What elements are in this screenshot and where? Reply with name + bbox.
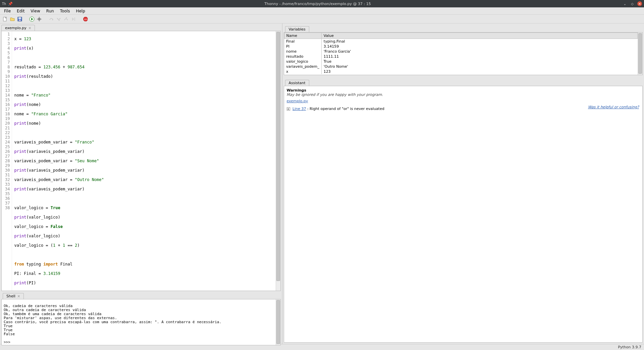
assistant-file-link[interactable]: exemplo.py	[287, 99, 308, 103]
close-button[interactable]: ✕	[637, 1, 642, 6]
resume-icon	[70, 16, 76, 22]
variables-tab-label: Variables	[289, 27, 306, 32]
editor-tab[interactable]: exemplo.py ×	[1, 25, 35, 31]
assistant-panel: Warnings May be ignored if you are happy…	[284, 86, 643, 343]
variables-col-name[interactable]: Name	[284, 33, 321, 39]
assistant-warnings-title: Warnings	[287, 88, 640, 93]
variables-panel[interactable]: Name Value Finaltyping.FinalPI3.14159nom…	[284, 32, 643, 75]
table-row[interactable]: PI3.14159	[284, 44, 638, 49]
svg-marker-14	[72, 17, 74, 21]
menubar: File Edit View Run Tools Help	[0, 7, 644, 15]
table-row[interactable]: resultado1111.11	[284, 54, 638, 59]
line-number-gutter: 1234567891011121314151617181920212223242…	[2, 31, 12, 291]
expand-icon[interactable]: +	[287, 107, 290, 111]
svg-point-6	[38, 18, 41, 20]
editor-scrollbar[interactable]	[276, 31, 280, 291]
shell-prompt[interactable]: >>>	[4, 340, 13, 344]
editor-tabbar: exemplo.py ×	[0, 23, 282, 31]
menu-tools[interactable]: Tools	[57, 8, 73, 14]
step-over-icon	[48, 16, 54, 22]
close-shell-icon[interactable]: ×	[17, 294, 20, 298]
python-version[interactable]: Python 3.9.7	[618, 345, 641, 349]
table-row[interactable]: x123	[284, 69, 638, 74]
open-file-icon[interactable]	[9, 16, 15, 22]
variables-col-value[interactable]: Value	[321, 33, 637, 39]
maximize-button[interactable]: ◇	[630, 1, 635, 6]
variables-table: Name Value Finaltyping.FinalPI3.14159nom…	[284, 33, 638, 74]
assistant-warnings-sub: May be ignored if you are happy with you…	[287, 93, 640, 97]
assistant-line-link[interactable]: Line 37	[292, 107, 306, 111]
menu-help[interactable]: Help	[73, 8, 88, 14]
variables-tab[interactable]: Variables	[285, 26, 309, 32]
new-file-icon[interactable]	[2, 16, 8, 22]
assistant-feedback-link[interactable]: Was it helpful or confusing?	[588, 105, 639, 109]
shell-tab-label: Shell	[6, 294, 15, 298]
menu-file[interactable]: File	[1, 8, 13, 14]
minimize-button[interactable]: ⌄	[623, 1, 627, 6]
shell-output: Ok, cadeia de caracteres válida Ok, outr…	[4, 304, 221, 336]
shell-scrollbar[interactable]	[276, 299, 280, 345]
variables-tabbar: Variables	[284, 25, 643, 32]
assistant-tabbar: Assistant	[284, 78, 643, 86]
variables-scrollbar[interactable]	[638, 33, 642, 75]
step-into-icon	[56, 16, 62, 22]
svg-rect-2	[18, 17, 21, 19]
table-row[interactable]: Finaltyping.Final	[284, 39, 638, 44]
close-tab-icon[interactable]: ×	[29, 26, 31, 30]
table-row[interactable]: nome'Franco Garcia'	[284, 49, 638, 54]
svg-marker-13	[66, 17, 67, 18]
svg-text:STOP: STOP	[84, 18, 88, 20]
shell-tab[interactable]: Shell ×	[3, 293, 24, 299]
code-area[interactable]: x = 123 print(x) resultado = 123.456 + 9…	[12, 31, 275, 291]
menu-view[interactable]: View	[28, 8, 43, 14]
save-file-icon[interactable]	[17, 16, 23, 22]
assistant-message: : Right operand of "or" is never evaluat…	[306, 107, 384, 111]
window-title: Thonny - /home/franco/tmp/python/exemplo…	[13, 2, 623, 6]
menu-run[interactable]: Run	[44, 8, 57, 14]
table-row[interactable]: valor_logicoTrue	[284, 59, 638, 64]
assistant-tab-label: Assistant	[289, 81, 306, 85]
shell-tabbar: Shell ×	[1, 292, 281, 299]
app-icon: Th	[2, 2, 6, 6]
assistant-tab[interactable]: Assistant	[285, 80, 309, 86]
menu-edit[interactable]: Edit	[14, 8, 27, 14]
svg-rect-3	[19, 19, 21, 21]
svg-rect-15	[74, 17, 75, 21]
code-editor[interactable]: 1234567891011121314151617181920212223242…	[1, 31, 281, 291]
window-titlebar: Th 📌 Thonny - /home/franco/tmp/python/ex…	[0, 0, 644, 7]
run-icon[interactable]	[29, 16, 35, 22]
table-row[interactable]: variaveis_podem_'Outro Nome'	[284, 64, 638, 69]
editor-tab-label: exemplo.py	[5, 26, 26, 30]
pin-icon[interactable]: 📌	[8, 2, 13, 6]
stop-icon[interactable]: STOP	[83, 16, 89, 22]
debug-icon[interactable]	[36, 16, 42, 22]
shell-panel[interactable]: Ok, cadeia de caracteres válida Ok, outr…	[1, 299, 281, 345]
toolbar: STOP	[0, 15, 644, 23]
step-out-icon	[63, 16, 69, 22]
svg-marker-12	[58, 20, 60, 21]
